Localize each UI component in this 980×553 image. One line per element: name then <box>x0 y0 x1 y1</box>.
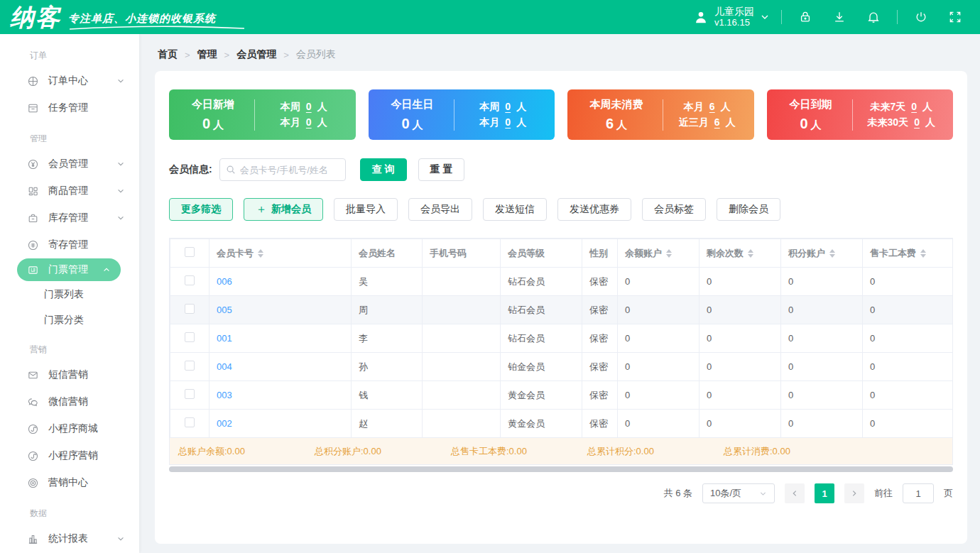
sidebar-item-order-center[interactable]: 订单中心 <box>0 67 139 94</box>
stat-title: 今日生日 <box>379 98 447 111</box>
breadcrumb-separator: > <box>224 50 230 60</box>
sidebar-subitem-ticket-list[interactable]: 门票列表 <box>0 281 139 307</box>
chevron-down-icon <box>116 160 125 168</box>
sidebar-item-sms-marketing[interactable]: 短信营销 <box>0 361 139 388</box>
stat-link-value[interactable]: 0 <box>306 101 312 112</box>
stat-link-value[interactable]: 6 <box>709 101 715 112</box>
query-button[interactable]: 查 询 <box>360 158 407 181</box>
summary-total-accum-consume: 总累计消费:0.00 <box>724 445 860 458</box>
total-count-label: 共 6 条 <box>664 487 692 500</box>
send-coupon-button[interactable]: 发送优惠券 <box>557 198 631 221</box>
stat-link-value[interactable]: 0 <box>911 101 917 112</box>
member-card-link[interactable]: 003 <box>217 390 232 400</box>
sidebar-item-task-manage[interactable]: 任务管理 <box>0 94 139 121</box>
sidebar-item-ticket-manage[interactable]: 门票管理 <box>17 258 121 281</box>
search-input-field[interactable] <box>240 165 339 175</box>
sidebar-item-wechat-marketing[interactable]: 微信营销 <box>0 388 139 415</box>
reset-button[interactable]: 重 置 <box>418 158 465 181</box>
more-filter-button[interactable]: 更多筛选 <box>169 198 233 221</box>
row-checkbox[interactable] <box>185 332 195 342</box>
deposit-icon <box>27 239 40 251</box>
stat-title: 今日新增 <box>179 98 247 111</box>
stat-divider <box>663 99 663 131</box>
tagline-swoosh-line <box>68 26 246 31</box>
lock-icon[interactable] <box>793 5 817 29</box>
sidebar-item-deposit-manage[interactable]: 寄存管理 <box>0 231 139 258</box>
member-card-link[interactable]: 006 <box>217 276 232 287</box>
row-checkbox[interactable] <box>185 417 195 427</box>
batch-import-button[interactable]: 批量导入 <box>334 198 398 221</box>
stat-link-value[interactable]: 0 <box>505 101 511 112</box>
summary-total-accum-points: 总累计积分:0.00 <box>587 445 724 458</box>
page-size-select[interactable]: 10条/页 <box>702 483 775 503</box>
add-member-button[interactable]: ＋新增会员 <box>244 198 323 221</box>
sidebar-item-inventory-manage[interactable]: 库存管理 <box>0 204 139 231</box>
stat-card-expire-today: 今日到期 0人 未来7天0人 未来30天0人 <box>767 89 954 140</box>
sidebar-item-miniapp-marketing[interactable]: 小程序营销 <box>0 442 139 469</box>
sms-icon <box>27 368 40 381</box>
member-card-link[interactable]: 002 <box>217 418 232 429</box>
stat-title: 今日到期 <box>777 98 845 111</box>
row-checkbox[interactable] <box>185 304 195 314</box>
sort-icon[interactable] <box>258 249 263 258</box>
target-icon <box>27 476 40 489</box>
summary-total-points-account: 总积分账户:0.00 <box>315 445 451 458</box>
breadcrumb-manage[interactable]: 管理 <box>197 48 217 61</box>
table-row: 004 孙 铂金会员 保密 0 0 0 0 <box>170 353 954 381</box>
download-icon[interactable] <box>827 5 851 29</box>
sidebar-item-member-manage[interactable]: 会员管理 <box>0 150 139 177</box>
column-balance: 余额账户 <box>625 247 662 260</box>
main-content: 首页 > 管理 > 会员管理 > 会员列表 今日新增 0人 本周0人 本月 <box>139 34 980 553</box>
sort-icon[interactable] <box>748 249 753 258</box>
stat-link-value[interactable]: 6 <box>714 116 720 128</box>
table-row: 003 钱 黄金会员 保密 0 0 0 0 <box>170 381 954 410</box>
fullscreen-icon[interactable] <box>943 5 967 29</box>
horizontal-scrollbar[interactable] <box>169 466 953 472</box>
member-card-link[interactable]: 005 <box>217 305 232 315</box>
store-switcher[interactable]: 儿童乐园 v1.16.15 <box>693 6 770 28</box>
sidebar-item-goods-manage[interactable]: 商品管理 <box>0 177 139 204</box>
stat-link-value[interactable]: 0 <box>306 116 312 128</box>
logo-text: 纳客 <box>10 1 61 33</box>
power-icon[interactable] <box>909 5 933 29</box>
select-all-checkbox[interactable] <box>185 247 195 257</box>
delete-member-button[interactable]: 删除会员 <box>717 198 780 221</box>
stat-title: 本周未消费 <box>577 98 655 111</box>
next-page-button[interactable] <box>844 483 864 503</box>
stat-cards-row: 今日新增 0人 本周0人 本月0人 今日生日 0人 <box>169 89 953 140</box>
row-checkbox[interactable] <box>185 389 195 399</box>
row-checkbox[interactable] <box>185 275 195 285</box>
chevron-up-icon <box>102 265 111 274</box>
prev-page-button[interactable] <box>785 483 805 503</box>
summary-row: 总账户余额:0.00 总积分账户:0.00 总售卡工本费:0.00 总累计积分:… <box>169 438 953 465</box>
member-search-input[interactable] <box>219 158 346 181</box>
sort-icon[interactable] <box>829 249 835 258</box>
goto-page-input[interactable] <box>903 483 934 503</box>
member-tag-button[interactable]: 会员标签 <box>642 198 706 221</box>
send-sms-button[interactable]: 发送短信 <box>483 198 547 221</box>
store-name: 儿童乐园 <box>714 6 754 17</box>
sidebar-item-miniapp-mall[interactable]: 小程序商城 <box>0 415 139 442</box>
sidebar-item-report[interactable]: 统计报表 <box>0 525 139 552</box>
stat-link-value[interactable]: 0 <box>505 116 511 128</box>
stat-link-value[interactable]: 0 <box>914 116 920 128</box>
topbar-divider <box>897 10 898 24</box>
member-card-link[interactable]: 001 <box>217 333 232 344</box>
breadcrumb-member-manage[interactable]: 会员管理 <box>236 48 276 61</box>
sidebar-subitem-ticket-category[interactable]: 门票分类 <box>0 307 139 332</box>
page-number-current[interactable]: 1 <box>815 483 834 503</box>
row-checkbox[interactable] <box>185 361 195 371</box>
sort-icon[interactable] <box>666 249 672 258</box>
breadcrumb-home[interactable]: 首页 <box>158 48 178 61</box>
bell-icon[interactable] <box>861 5 886 29</box>
column-times: 剩余次数 <box>707 247 744 260</box>
task-icon <box>27 102 40 114</box>
member-card-link[interactable]: 004 <box>217 361 232 372</box>
search-icon <box>226 165 236 175</box>
table-row: 001 李 钻石会员 保密 0 0 0 0 <box>170 324 954 353</box>
sidebar: 订单 订单中心 任务管理 管理 会员管理 <box>0 34 139 553</box>
breadcrumb-separator: > <box>283 50 289 60</box>
sidebar-item-marketing-center[interactable]: 营销中心 <box>0 469 139 496</box>
sort-icon[interactable] <box>920 249 926 258</box>
member-export-button[interactable]: 会员导出 <box>408 198 472 221</box>
